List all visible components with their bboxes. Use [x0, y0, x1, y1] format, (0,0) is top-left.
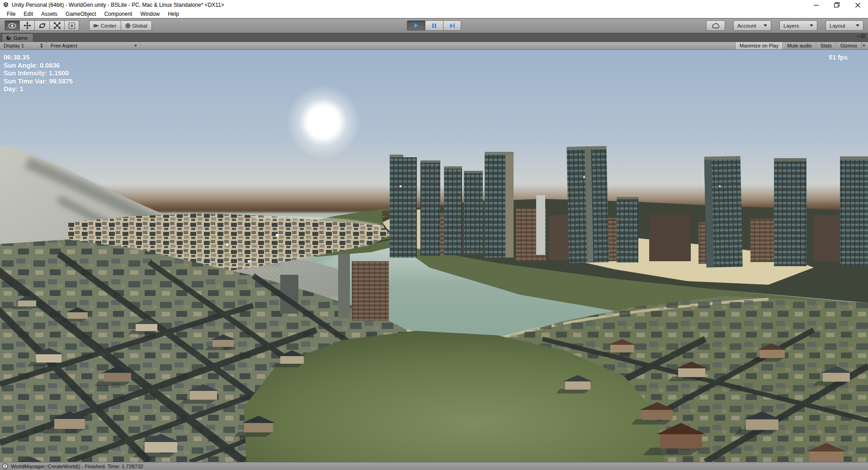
- dropdown-arrow-icon: [810, 24, 813, 27]
- pause-button[interactable]: [425, 20, 443, 31]
- menu-edit[interactable]: Edit: [19, 10, 37, 18]
- account-label: Account: [737, 23, 756, 28]
- overlay-sun-angle: Sun Angle: 0.0836: [4, 62, 73, 70]
- pivot-controls: Center Global: [89, 20, 152, 31]
- rect-tool-icon: [68, 22, 75, 29]
- transform-tools: [5, 20, 79, 31]
- dropdown-arrow-icon: [764, 24, 767, 27]
- game-view-toggles: Maximize on Play Mute audio Stats Gizmos: [735, 42, 868, 49]
- playback-controls: [407, 20, 461, 31]
- maximize-on-play-label: Maximize on Play: [740, 43, 778, 48]
- close-icon: [855, 3, 860, 8]
- move-tool-button[interactable]: [19, 20, 34, 31]
- restore-button[interactable]: [826, 0, 847, 10]
- layout-label: Layout: [830, 23, 845, 28]
- minimize-button[interactable]: [806, 0, 826, 10]
- toolbar-right: Account Layers Layout: [706, 20, 863, 31]
- overlay-sun-time-var: Sun Time Var: 99.5875: [4, 78, 73, 86]
- debug-overlay: 06:38.35 Sun Angle: 0.0836 Sun Intensity…: [4, 54, 73, 94]
- game-view-toolbar: Display 1 Free Aspect Maximize on Play M…: [0, 42, 868, 50]
- updown-arrows-icon: [40, 43, 43, 48]
- unity-editor-window: Unity Personal (64bit) - WorldGen.unity …: [0, 0, 868, 470]
- account-dropdown[interactable]: Account: [733, 20, 771, 31]
- menu-help[interactable]: Help: [164, 10, 183, 18]
- step-button[interactable]: [443, 20, 461, 31]
- rect-tool-button[interactable]: [64, 20, 79, 31]
- cloud-icon: [712, 23, 720, 28]
- menu-gameobject[interactable]: GameObject: [61, 10, 100, 18]
- title-bar: Unity Personal (64bit) - WorldGen.unity …: [0, 0, 868, 10]
- play-icon: [413, 23, 419, 28]
- cloud-services-button[interactable]: [706, 20, 725, 31]
- aspect-selector-label: Free Aspect: [51, 43, 77, 48]
- main-toolbar: Center Global: [0, 18, 868, 33]
- scale-tool-icon: [53, 22, 61, 29]
- menu-bar: File Edit Assets GameObject Component Wi…: [0, 10, 868, 18]
- menu-file[interactable]: File: [3, 10, 19, 18]
- overlay-day: Day: 1: [4, 85, 73, 94]
- overlay-time: 06:38.35: [4, 54, 73, 62]
- gizmos-caret-button[interactable]: [861, 42, 868, 49]
- fps-counter: 51 fps: [829, 54, 848, 61]
- pivot-center-button[interactable]: Center: [89, 20, 121, 31]
- unity-logo-icon: [2, 2, 9, 8]
- gizmos-dropdown[interactable]: Gizmos: [836, 42, 861, 49]
- mute-audio-label: Mute audio: [787, 43, 811, 48]
- panel-menu-button[interactable]: [857, 34, 865, 38]
- menu-window[interactable]: Window: [136, 10, 164, 18]
- window-title: Unity Personal (64bit) - WorldGen.unity …: [12, 2, 224, 8]
- move-tool-icon: [24, 22, 31, 29]
- panel-tab-strip: Game: [0, 33, 868, 42]
- menu-assets[interactable]: Assets: [37, 10, 61, 18]
- display-selector-label: Display 1: [4, 43, 24, 48]
- game-viewport[interactable]: 06:38.35 Sun Angle: 0.0836 Sun Intensity…: [0, 50, 868, 462]
- step-icon: [449, 23, 455, 28]
- sun: [308, 107, 339, 137]
- layers-dropdown[interactable]: Layers: [779, 20, 817, 31]
- rotate-tool-button[interactable]: [34, 20, 49, 31]
- close-button[interactable]: [847, 0, 868, 10]
- info-icon: [2, 463, 8, 469]
- axis-global-label: Global: [132, 23, 147, 28]
- scale-tool-button[interactable]: [49, 20, 64, 31]
- tab-menu-icon: [860, 34, 865, 38]
- menu-component[interactable]: Component: [100, 10, 136, 18]
- game-tab-label: Game: [14, 35, 28, 41]
- layout-dropdown[interactable]: Layout: [826, 20, 863, 31]
- white-highrise: [536, 195, 545, 255]
- game-view-tab[interactable]: Game: [2, 33, 33, 42]
- display-selector[interactable]: Display 1: [0, 42, 47, 49]
- status-message: WorldManager::CreateWorld() - Finished. …: [11, 464, 143, 469]
- eye-tool-icon: [8, 23, 16, 28]
- view-tool-button[interactable]: [5, 20, 19, 31]
- rendered-scene: [0, 50, 868, 462]
- pivot-center-label: Center: [101, 23, 117, 28]
- dropdown-arrow-icon: [856, 24, 859, 27]
- overlay-sun-intensity: Sun Intensity: 1.1500: [4, 70, 73, 78]
- axis-global-button[interactable]: Global: [121, 20, 152, 31]
- global-axis-icon: [125, 23, 131, 28]
- play-button[interactable]: [407, 20, 425, 31]
- stats-label: Stats: [821, 43, 832, 48]
- status-bar[interactable]: WorldManager::CreateWorld() - Finished. …: [0, 462, 868, 470]
- rotate-tool-icon: [38, 22, 46, 29]
- gizmos-label: Gizmos: [840, 43, 857, 48]
- dropdown-arrow-icon: [134, 45, 137, 47]
- dropdown-arrow-icon: [857, 36, 859, 38]
- restore-icon: [834, 2, 840, 8]
- minimize-icon: [814, 3, 819, 8]
- aspect-selector[interactable]: Free Aspect: [47, 42, 141, 49]
- layers-label: Layers: [783, 23, 799, 28]
- apartment-building: [352, 261, 389, 321]
- mute-audio-toggle[interactable]: Mute audio: [783, 42, 816, 49]
- game-tab-icon: [6, 35, 11, 41]
- maximize-on-play-toggle[interactable]: Maximize on Play: [735, 42, 783, 49]
- center-pivot-icon: [94, 24, 99, 28]
- dropdown-arrow-icon: [863, 45, 865, 47]
- stats-toggle[interactable]: Stats: [816, 42, 836, 49]
- pause-icon: [432, 23, 437, 28]
